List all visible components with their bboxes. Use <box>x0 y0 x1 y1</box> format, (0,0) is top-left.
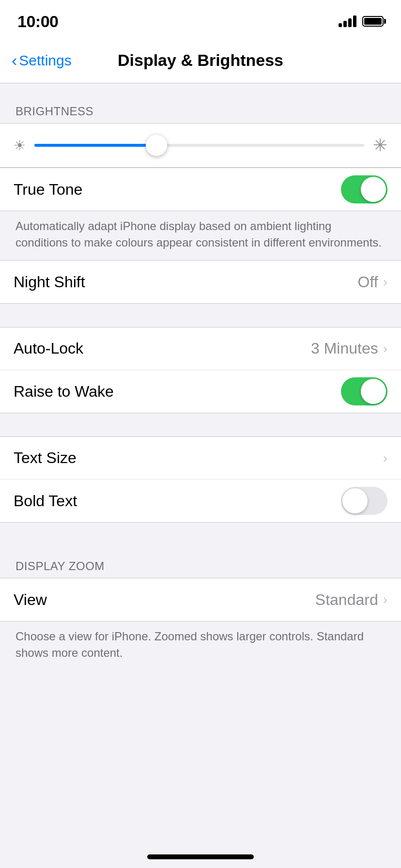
night-shift-label: Night Shift <box>14 273 85 291</box>
true-tone-toggle-thumb <box>361 177 386 202</box>
true-tone-footer: Automatically adapt iPhone display based… <box>0 211 401 260</box>
raise-to-wake-toggle-thumb <box>361 379 386 404</box>
brightness-slider-container[interactable] <box>34 136 364 155</box>
text-size-label: Text Size <box>14 449 77 467</box>
auto-lock-value: 3 Minutes › <box>311 340 387 357</box>
bold-text-toggle-thumb <box>342 488 368 513</box>
brightness-slider-track <box>34 144 364 147</box>
bold-text-label: Bold Text <box>14 492 77 510</box>
bold-text-row: Bold Text <box>0 480 401 522</box>
view-label: View <box>14 591 47 609</box>
text-section: Text Size › Bold Text <box>0 436 401 523</box>
auto-lock-row[interactable]: Auto-Lock 3 Minutes › <box>0 327 401 370</box>
auto-lock-label: Auto-Lock <box>14 340 83 357</box>
back-label[interactable]: Settings <box>19 52 71 69</box>
true-tone-section: True Tone <box>0 168 401 211</box>
auto-lock-chevron-icon: › <box>383 341 387 356</box>
back-chevron-icon: ‹ <box>12 52 17 68</box>
status-time: 10:00 <box>17 12 58 31</box>
display-zoom-section: View Standard › <box>0 578 401 621</box>
page-title: Display & Brightness <box>118 51 283 70</box>
spacer-1 <box>0 304 401 327</box>
raise-to-wake-label: Raise to Wake <box>14 383 114 401</box>
status-icons <box>339 16 384 27</box>
brightness-section-header: BRIGHTNESS <box>0 91 401 123</box>
view-chevron-icon: › <box>383 592 387 607</box>
status-bar: 10:00 <box>0 0 401 39</box>
display-zoom-header: DISPLAY ZOOM <box>0 546 401 578</box>
view-row[interactable]: View Standard › <box>0 578 401 621</box>
raise-to-wake-toggle[interactable] <box>341 377 387 405</box>
view-value: Standard › <box>315 591 387 609</box>
sun-large-icon: ✳ <box>373 135 387 155</box>
signal-bars-icon <box>339 16 356 27</box>
text-size-row[interactable]: Text Size › <box>0 437 401 480</box>
true-tone-label: True Tone <box>14 181 82 199</box>
night-shift-row[interactable]: Night Shift Off › <box>0 261 401 303</box>
night-shift-value: Off › <box>358 273 387 291</box>
back-button[interactable]: ‹ Settings <box>12 52 72 69</box>
spacer-3 <box>0 523 401 546</box>
display-zoom-footer: Choose a view for iPhone. Zoomed shows l… <box>0 621 401 670</box>
autolock-section: Auto-Lock 3 Minutes › Raise to Wake <box>0 327 401 413</box>
text-size-chevron: › <box>383 450 387 466</box>
spacer-top <box>0 83 401 91</box>
brightness-slider-row[interactable]: ☀ ✳ <box>0 123 401 168</box>
night-shift-section: Night Shift Off › <box>0 260 401 304</box>
true-tone-toggle[interactable] <box>341 175 387 203</box>
spacer-2 <box>0 413 401 436</box>
battery-icon <box>362 16 384 27</box>
brightness-slider-fill <box>34 144 156 147</box>
sun-small-icon: ☀ <box>14 138 26 154</box>
nav-bar: ‹ Settings Display & Brightness <box>0 39 401 83</box>
raise-to-wake-row: Raise to Wake <box>0 370 401 413</box>
home-indicator <box>147 854 254 859</box>
true-tone-row: True Tone <box>0 168 401 211</box>
brightness-slider-thumb[interactable] <box>146 135 167 156</box>
bold-text-toggle[interactable] <box>341 487 387 515</box>
text-size-chevron-icon: › <box>383 450 387 466</box>
night-shift-chevron-icon: › <box>383 274 387 290</box>
